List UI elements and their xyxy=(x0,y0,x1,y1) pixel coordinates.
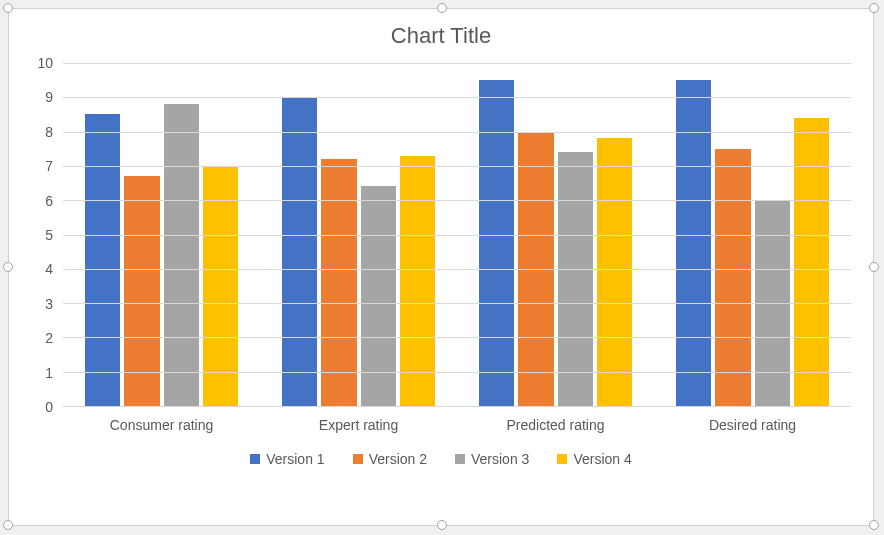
resize-handle-bot-mid[interactable] xyxy=(437,520,447,530)
gridline xyxy=(63,269,851,270)
y-tick-label: 1 xyxy=(45,365,53,381)
gridline xyxy=(63,166,851,167)
plot-wrap: 109876543210 Consumer ratingExpert ratin… xyxy=(27,57,855,437)
bar[interactable] xyxy=(479,80,514,406)
gridline xyxy=(63,235,851,236)
y-tick-label: 8 xyxy=(45,124,53,140)
bar[interactable] xyxy=(676,80,711,406)
bar[interactable] xyxy=(203,166,238,406)
legend-swatch xyxy=(250,454,260,464)
bar[interactable] xyxy=(794,118,829,406)
y-axis: 109876543210 xyxy=(27,57,57,437)
gridline xyxy=(63,372,851,373)
bar[interactable] xyxy=(558,152,593,406)
legend-item[interactable]: Version 4 xyxy=(557,451,631,467)
bar[interactable] xyxy=(164,104,199,406)
y-tick-label: 5 xyxy=(45,227,53,243)
bar[interactable] xyxy=(715,149,750,406)
legend-label: Version 2 xyxy=(369,451,427,467)
gridline xyxy=(63,132,851,133)
resize-handle-mid-left[interactable] xyxy=(3,262,13,272)
gridline xyxy=(63,406,851,407)
bar[interactable] xyxy=(400,156,435,406)
x-axis-labels: Consumer ratingExpert ratingPredicted ra… xyxy=(63,411,851,437)
resize-handle-top-mid[interactable] xyxy=(437,3,447,13)
resize-handle-mid-right[interactable] xyxy=(869,262,879,272)
gridline xyxy=(63,303,851,304)
y-tick-label: 0 xyxy=(45,399,53,415)
plot-area[interactable] xyxy=(63,63,851,407)
legend-label: Version 4 xyxy=(573,451,631,467)
y-tick-label: 7 xyxy=(45,158,53,174)
gridline xyxy=(63,200,851,201)
resize-handle-top-right[interactable] xyxy=(869,3,879,13)
bar[interactable] xyxy=(282,97,317,406)
x-tick-label: Expert rating xyxy=(260,411,457,437)
resize-handle-bot-left[interactable] xyxy=(3,520,13,530)
x-tick-label: Desired rating xyxy=(654,411,851,437)
bar[interactable] xyxy=(361,186,396,406)
x-tick-label: Predicted rating xyxy=(457,411,654,437)
bar[interactable] xyxy=(85,114,120,406)
chart-title[interactable]: Chart Title xyxy=(9,9,873,57)
legend-label: Version 1 xyxy=(266,451,324,467)
legend-item[interactable]: Version 3 xyxy=(455,451,529,467)
y-tick-label: 10 xyxy=(37,55,53,71)
legend-label: Version 3 xyxy=(471,451,529,467)
bar[interactable] xyxy=(321,159,356,406)
y-tick-label: 9 xyxy=(45,89,53,105)
legend[interactable]: Version 1Version 2Version 3Version 4 xyxy=(9,437,873,477)
x-tick-label: Consumer rating xyxy=(63,411,260,437)
gridline xyxy=(63,97,851,98)
legend-item[interactable]: Version 2 xyxy=(353,451,427,467)
y-tick-label: 3 xyxy=(45,296,53,312)
resize-handle-top-left[interactable] xyxy=(3,3,13,13)
legend-swatch xyxy=(455,454,465,464)
gridline xyxy=(63,337,851,338)
legend-swatch xyxy=(557,454,567,464)
legend-swatch xyxy=(353,454,363,464)
y-tick-label: 4 xyxy=(45,261,53,277)
chart-object[interactable]: Chart Title 109876543210 Consumer rating… xyxy=(8,8,874,526)
gridline xyxy=(63,63,851,64)
legend-item[interactable]: Version 1 xyxy=(250,451,324,467)
y-tick-label: 2 xyxy=(45,330,53,346)
resize-handle-bot-right[interactable] xyxy=(869,520,879,530)
bar[interactable] xyxy=(597,138,632,406)
y-tick-label: 6 xyxy=(45,193,53,209)
